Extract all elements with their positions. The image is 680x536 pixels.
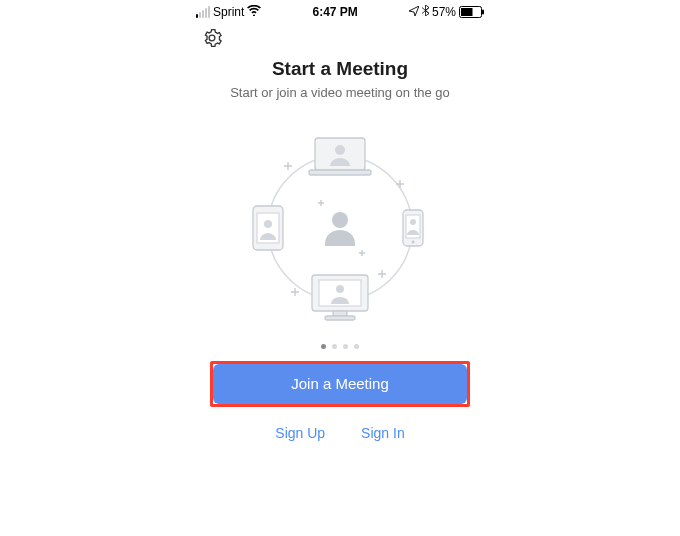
signal-bars-icon bbox=[196, 6, 210, 18]
clock-label: 6:47 PM bbox=[312, 5, 357, 19]
cta-highlight: Join a Meeting bbox=[210, 361, 470, 407]
status-bar-right: 57% bbox=[409, 5, 484, 19]
page-subtitle: Start or join a video meeting on the go bbox=[190, 84, 490, 102]
location-icon bbox=[409, 5, 419, 19]
title-block: Start a Meeting Start or join a video me… bbox=[190, 58, 490, 102]
secondary-links: Sign Up Sign In bbox=[190, 425, 490, 441]
svg-rect-17 bbox=[333, 311, 347, 316]
devices-illustration bbox=[235, 120, 445, 330]
svg-rect-6 bbox=[309, 170, 371, 175]
svg-point-7 bbox=[335, 145, 345, 155]
page-dot bbox=[332, 344, 337, 349]
status-bar: Sprint 6:47 PM 57% bbox=[190, 2, 490, 22]
page-dot bbox=[343, 344, 348, 349]
gear-icon[interactable] bbox=[202, 28, 222, 48]
page-dot bbox=[321, 344, 326, 349]
status-bar-left: Sprint bbox=[196, 5, 261, 19]
svg-rect-1 bbox=[461, 8, 473, 16]
join-meeting-button[interactable]: Join a Meeting bbox=[213, 364, 467, 404]
top-toolbar bbox=[190, 22, 490, 54]
svg-point-4 bbox=[332, 212, 348, 228]
svg-rect-18 bbox=[325, 316, 355, 320]
svg-point-14 bbox=[410, 219, 416, 225]
app-screen: Sprint 6:47 PM 57% Start a Meeting Sta bbox=[190, 0, 490, 536]
svg-rect-2 bbox=[482, 10, 484, 15]
page-title: Start a Meeting bbox=[190, 58, 490, 80]
bluetooth-icon bbox=[422, 5, 429, 19]
wifi-icon bbox=[247, 5, 261, 19]
battery-percent-label: 57% bbox=[432, 5, 456, 19]
battery-icon bbox=[459, 6, 484, 18]
sign-up-link[interactable]: Sign Up bbox=[275, 425, 325, 441]
onboarding-illustration bbox=[190, 120, 490, 330]
carrier-label: Sprint bbox=[213, 5, 244, 19]
sign-in-link[interactable]: Sign In bbox=[361, 425, 405, 441]
svg-point-10 bbox=[264, 220, 272, 228]
svg-point-13 bbox=[412, 240, 415, 243]
svg-point-19 bbox=[336, 285, 344, 293]
page-dot bbox=[354, 344, 359, 349]
page-indicator bbox=[190, 344, 490, 349]
